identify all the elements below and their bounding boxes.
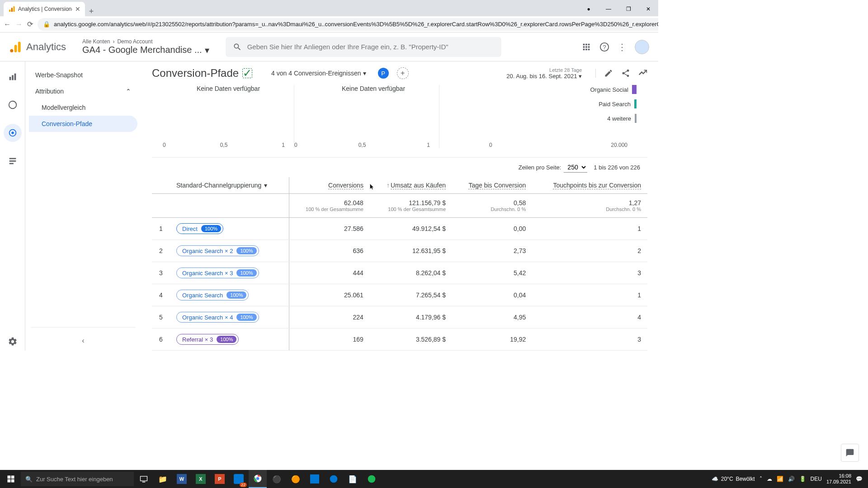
path-chip: Organic Search × 4100% (176, 312, 259, 323)
dimension-selector[interactable]: Standard-Channelgruppierung ▾ (158, 182, 283, 189)
table-row[interactable]: 7Referral × 2100%2333.435,88 $10,302 (152, 351, 647, 351)
browser-tab[interactable]: Analytics | Conversion-Pfade ✕ (4, 2, 85, 16)
path-chip: Direct100% (176, 223, 223, 234)
close-icon[interactable]: ✕ (75, 5, 80, 13)
collapse-nav-icon[interactable]: ‹ (29, 333, 137, 348)
rail-admin-icon[interactable] (4, 333, 22, 351)
path-chip: Organic Search × 2100% (176, 245, 259, 256)
apps-grid-icon[interactable] (581, 42, 591, 52)
window-controls: ● — ❐ ✕ (579, 2, 658, 16)
user-avatar[interactable] (635, 40, 649, 54)
analytics-logo-icon (9, 41, 22, 53)
menu-dots-icon[interactable]: ⋮ (618, 42, 627, 52)
side-nav: Werbe-Snapshot Attribution ⌃ Modellvergl… (25, 61, 141, 351)
property-selector[interactable]: Alle Konten › Demo Account GA4 - Google … (82, 38, 209, 56)
share-icon[interactable] (621, 69, 630, 78)
svg-point-13 (11, 131, 14, 134)
chart-pane-2: Keine Daten verfügbar 00,51 (294, 85, 439, 148)
content: Conversion-Pfade ✓ 4 von 4 Conversion-Er… (141, 61, 658, 351)
col-days[interactable]: Tage bis Conversion (468, 182, 526, 189)
report-actions (595, 69, 647, 78)
svg-rect-5 (18, 42, 21, 52)
search-box[interactable] (226, 37, 501, 57)
svg-rect-0 (9, 9, 10, 12)
reload-icon[interactable]: ⟳ (27, 20, 33, 28)
col-touchpoints[interactable]: Touchpoints bis zur Conversion (553, 182, 641, 189)
customize-icon[interactable] (604, 69, 613, 78)
svg-rect-16 (9, 163, 13, 164)
forward-icon[interactable]: → (15, 20, 23, 28)
sort-arrow-icon[interactable]: ↑ (387, 182, 390, 189)
table-row[interactable]: 1Direct100%27.58649.912,54 $0,001 (152, 218, 647, 240)
minimize-icon[interactable]: — (599, 2, 618, 16)
analytics-favicon (8, 5, 15, 13)
nav-divider (31, 327, 136, 328)
new-tab-button[interactable]: + (85, 7, 98, 16)
nav-attribution-section[interactable]: Attribution ⌃ (29, 83, 137, 99)
add-segment-button[interactable]: + (397, 67, 409, 79)
table-controls: Zeilen pro Seite: 250 1 bis 226 von 226 (141, 158, 658, 177)
bar-organic-social (632, 85, 637, 94)
svg-rect-15 (9, 160, 16, 162)
search-input[interactable] (247, 43, 494, 51)
chevron-down-icon: ▾ (363, 70, 366, 77)
insights-icon[interactable] (638, 69, 647, 78)
nav-werbe-snapshot[interactable]: Werbe-Snapshot (29, 67, 137, 83)
data-table: Standard-Channelgruppierung ▾ Conversion… (152, 177, 647, 351)
svg-rect-1 (11, 8, 13, 12)
lock-icon: 🔒 (43, 21, 50, 28)
header-actions: ? ⋮ (581, 40, 649, 54)
back-icon[interactable]: ← (4, 20, 11, 28)
chevron-down-icon: ▾ (205, 45, 209, 56)
svg-rect-14 (9, 158, 16, 160)
table-row[interactable]: 2Organic Search × 2100%63612.631,95 $2,7… (152, 240, 647, 262)
table-row[interactable]: 5Organic Search × 4100%2244.179,96 $4,95… (152, 306, 647, 328)
conversion-events-selector[interactable]: 4 von 4 Conversion-Ereignissen ▾ (271, 70, 366, 77)
segment-chip[interactable]: P (378, 68, 389, 79)
rows-per-page[interactable]: Zeilen pro Seite: 250 (519, 162, 588, 173)
url-input[interactable]: 🔒 analytics.google.com/analytics/web/#/p… (38, 18, 658, 31)
pagination-range: 1 bis 226 von 226 (594, 164, 640, 171)
date-range-selector[interactable]: Letzte 28 Tage 20. Aug. bis 16. Sept. 20… (506, 67, 582, 80)
property-name: GA4 - Google Merchandise ... (82, 45, 202, 55)
page-title: Conversion-Pfade (152, 67, 239, 80)
rows-per-page-select[interactable]: 250 (564, 162, 587, 173)
chevron-down-icon: ▾ (264, 182, 267, 189)
nav-modellvergleich[interactable]: Modellvergleich (29, 99, 137, 116)
svg-rect-9 (12, 75, 14, 80)
rail-configure-icon[interactable] (4, 152, 22, 170)
rail-advertising-icon[interactable] (4, 124, 22, 142)
svg-rect-10 (14, 74, 16, 80)
path-chip: Referral × 3100% (176, 334, 239, 345)
verified-badge-icon: ✓ (242, 68, 252, 78)
chart-pane-3: Organic Social Paid Search 4 weitere 020… (439, 85, 637, 148)
svg-rect-4 (14, 45, 17, 52)
bar-others (635, 114, 637, 123)
svg-text:?: ? (603, 43, 606, 50)
settings-dot-icon[interactable]: ● (579, 2, 599, 16)
address-bar: ← → ⟳ 🔒 analytics.google.com/analytics/w… (0, 16, 658, 33)
browser-tab-strip: Analytics | Conversion-Pfade ✕ + ● — ❐ ✕ (0, 0, 658, 16)
svg-point-3 (10, 49, 13, 52)
page-header: Conversion-Pfade ✓ 4 von 4 Conversion-Er… (141, 61, 658, 85)
col-revenue[interactable]: Umsatz aus Käufen (391, 182, 446, 189)
table-row[interactable]: 4Organic Search100%25.0617.265,54 $0,041 (152, 284, 647, 306)
breadcrumb: Alle Konten › Demo Account (82, 38, 209, 45)
ga-logo[interactable]: Analytics (9, 41, 66, 53)
rail-explore-icon[interactable] (4, 96, 22, 114)
charts-row: Keine Daten verfügbar 00,51 Keine Daten … (152, 85, 647, 158)
product-name: Analytics (26, 41, 66, 53)
table-row[interactable]: 3Organic Search × 3100%4448.262,04 $5,42… (152, 262, 647, 284)
nav-conversion-pfade[interactable]: Conversion-Pfade (29, 116, 137, 132)
table-row[interactable]: 6Referral × 3100%1693.526,89 $19,923 (152, 328, 647, 351)
close-window-icon[interactable]: ✕ (638, 2, 658, 16)
maximize-icon[interactable]: ❐ (618, 2, 638, 16)
chart-pane-1: Keine Daten verfügbar 00,51 (163, 85, 294, 148)
left-rail (0, 61, 25, 351)
rail-reports-icon[interactable] (4, 68, 22, 86)
search-icon (233, 42, 242, 52)
chevron-up-icon: ⌃ (126, 88, 131, 95)
help-icon[interactable]: ? (599, 42, 609, 52)
url-text: analytics.google.com/analytics/web/#/p21… (54, 21, 658, 28)
col-conversions[interactable]: Conversions (328, 182, 363, 189)
